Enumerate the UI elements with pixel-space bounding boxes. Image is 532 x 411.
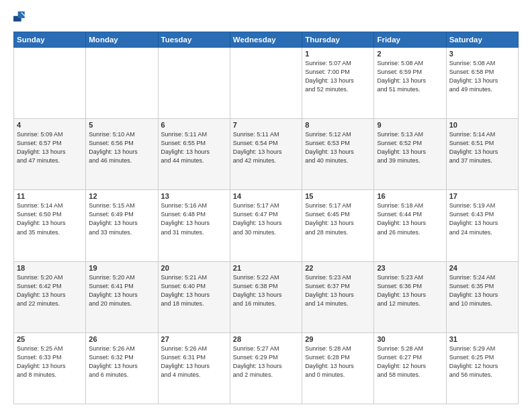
calendar: SundayMondayTuesdayWednesdayThursdayFrid… [13, 32, 519, 404]
week-row-2: 11Sunrise: 5:14 AM Sunset: 6:50 PM Dayli… [14, 190, 519, 261]
day-number: 11 [17, 192, 83, 200]
day-cell-7: 7Sunrise: 5:11 AM Sunset: 6:54 PM Daylig… [230, 119, 302, 190]
day-info: Sunrise: 5:19 AM Sunset: 6:43 PM Dayligh… [449, 201, 515, 236]
day-info: Sunrise: 5:22 AM Sunset: 6:38 PM Dayligh… [233, 273, 299, 308]
day-info: Sunrise: 5:13 AM Sunset: 6:52 PM Dayligh… [377, 130, 443, 165]
day-info: Sunrise: 5:08 AM Sunset: 6:58 PM Dayligh… [449, 59, 515, 94]
day-info: Sunrise: 5:14 AM Sunset: 6:50 PM Dayligh… [17, 201, 83, 236]
day-cell-20: 20Sunrise: 5:21 AM Sunset: 6:40 PM Dayli… [158, 261, 230, 332]
day-number: 16 [377, 192, 443, 200]
weekday-header-thursday: Thursday [302, 32, 374, 48]
day-cell-6: 6Sunrise: 5:11 AM Sunset: 6:55 PM Daylig… [158, 119, 230, 190]
day-info: Sunrise: 5:29 AM Sunset: 6:25 PM Dayligh… [449, 345, 515, 379]
day-cell-empty [158, 48, 230, 119]
day-cell-17: 17Sunrise: 5:19 AM Sunset: 6:43 PM Dayli… [446, 190, 518, 261]
day-cell-29: 29Sunrise: 5:28 AM Sunset: 6:28 PM Dayli… [302, 332, 374, 404]
day-number: 22 [305, 264, 371, 272]
day-number: 9 [377, 121, 443, 129]
day-cell-18: 18Sunrise: 5:20 AM Sunset: 6:42 PM Dayli… [14, 261, 86, 332]
day-number: 8 [305, 121, 371, 129]
day-cell-26: 26Sunrise: 5:26 AM Sunset: 6:32 PM Dayli… [86, 332, 158, 404]
day-number: 31 [449, 335, 515, 343]
day-cell-11: 11Sunrise: 5:14 AM Sunset: 6:50 PM Dayli… [14, 190, 86, 261]
day-info: Sunrise: 5:14 AM Sunset: 6:51 PM Dayligh… [449, 130, 515, 165]
day-cell-22: 22Sunrise: 5:23 AM Sunset: 6:37 PM Dayli… [302, 261, 374, 332]
day-info: Sunrise: 5:23 AM Sunset: 6:36 PM Dayligh… [377, 273, 443, 308]
day-info: Sunrise: 5:21 AM Sunset: 6:40 PM Dayligh… [161, 273, 227, 308]
day-cell-empty [230, 48, 302, 119]
day-number: 6 [161, 121, 227, 129]
day-info: Sunrise: 5:07 AM Sunset: 7:00 PM Dayligh… [305, 59, 371, 94]
day-info: Sunrise: 5:10 AM Sunset: 6:56 PM Dayligh… [89, 130, 154, 165]
day-cell-12: 12Sunrise: 5:15 AM Sunset: 6:49 PM Dayli… [86, 190, 158, 261]
day-number: 24 [449, 264, 515, 272]
day-cell-8: 8Sunrise: 5:12 AM Sunset: 6:53 PM Daylig… [302, 119, 374, 190]
day-cell-13: 13Sunrise: 5:16 AM Sunset: 6:48 PM Dayli… [158, 190, 230, 261]
day-number: 26 [89, 335, 154, 343]
day-info: Sunrise: 5:26 AM Sunset: 6:31 PM Dayligh… [161, 345, 227, 379]
day-cell-30: 30Sunrise: 5:28 AM Sunset: 6:27 PM Dayli… [374, 332, 446, 404]
day-info: Sunrise: 5:08 AM Sunset: 6:59 PM Dayligh… [377, 59, 443, 94]
day-cell-27: 27Sunrise: 5:26 AM Sunset: 6:31 PM Dayli… [158, 332, 230, 404]
day-info: Sunrise: 5:11 AM Sunset: 6:55 PM Dayligh… [161, 130, 227, 165]
day-number: 10 [449, 121, 515, 129]
day-info: Sunrise: 5:17 AM Sunset: 6:47 PM Dayligh… [233, 201, 299, 236]
day-number: 5 [89, 121, 154, 129]
day-info: Sunrise: 5:20 AM Sunset: 6:41 PM Dayligh… [89, 273, 154, 308]
day-cell-4: 4Sunrise: 5:09 AM Sunset: 6:57 PM Daylig… [14, 119, 86, 190]
day-cell-5: 5Sunrise: 5:10 AM Sunset: 6:56 PM Daylig… [86, 119, 158, 190]
day-info: Sunrise: 5:28 AM Sunset: 6:28 PM Dayligh… [305, 345, 371, 379]
header [13, 11, 519, 25]
day-number: 28 [233, 335, 299, 343]
day-number: 17 [449, 192, 515, 200]
day-number: 13 [161, 192, 227, 200]
day-cell-15: 15Sunrise: 5:17 AM Sunset: 6:45 PM Dayli… [302, 190, 374, 261]
day-number: 15 [305, 192, 371, 200]
day-number: 27 [161, 335, 227, 343]
weekday-header-monday: Monday [86, 32, 158, 48]
week-row-0: 1Sunrise: 5:07 AM Sunset: 7:00 PM Daylig… [14, 48, 519, 119]
day-cell-21: 21Sunrise: 5:22 AM Sunset: 6:38 PM Dayli… [230, 261, 302, 332]
calendar-body: 1Sunrise: 5:07 AM Sunset: 7:00 PM Daylig… [14, 48, 519, 404]
day-number: 18 [17, 264, 83, 272]
day-info: Sunrise: 5:09 AM Sunset: 6:57 PM Dayligh… [17, 130, 83, 165]
day-cell-23: 23Sunrise: 5:23 AM Sunset: 6:36 PM Dayli… [374, 261, 446, 332]
day-cell-25: 25Sunrise: 5:25 AM Sunset: 6:33 PM Dayli… [14, 332, 86, 404]
day-number: 7 [233, 121, 299, 129]
day-info: Sunrise: 5:27 AM Sunset: 6:29 PM Dayligh… [233, 345, 299, 379]
day-cell-14: 14Sunrise: 5:17 AM Sunset: 6:47 PM Dayli… [230, 190, 302, 261]
day-number: 2 [377, 50, 443, 58]
weekday-header-wednesday: Wednesday [230, 32, 302, 48]
day-info: Sunrise: 5:25 AM Sunset: 6:33 PM Dayligh… [17, 345, 83, 379]
day-cell-9: 9Sunrise: 5:13 AM Sunset: 6:52 PM Daylig… [374, 119, 446, 190]
day-number: 1 [305, 50, 371, 58]
day-cell-10: 10Sunrise: 5:14 AM Sunset: 6:51 PM Dayli… [446, 119, 518, 190]
day-number: 19 [89, 264, 154, 272]
day-info: Sunrise: 5:28 AM Sunset: 6:27 PM Dayligh… [377, 345, 443, 379]
day-info: Sunrise: 5:16 AM Sunset: 6:48 PM Dayligh… [161, 201, 227, 236]
day-number: 29 [305, 335, 371, 343]
day-number: 30 [377, 335, 443, 343]
day-cell-empty [86, 48, 158, 119]
day-cell-3: 3Sunrise: 5:08 AM Sunset: 6:58 PM Daylig… [446, 48, 518, 119]
day-info: Sunrise: 5:24 AM Sunset: 6:35 PM Dayligh… [449, 273, 515, 308]
week-row-3: 18Sunrise: 5:20 AM Sunset: 6:42 PM Dayli… [14, 261, 519, 332]
day-cell-empty [14, 48, 86, 119]
logo-icon [13, 11, 27, 25]
logo [13, 11, 30, 25]
day-cell-28: 28Sunrise: 5:27 AM Sunset: 6:29 PM Dayli… [230, 332, 302, 404]
weekday-row: SundayMondayTuesdayWednesdayThursdayFrid… [14, 32, 519, 48]
weekday-header-saturday: Saturday [446, 32, 518, 48]
day-info: Sunrise: 5:11 AM Sunset: 6:54 PM Dayligh… [233, 130, 299, 165]
day-info: Sunrise: 5:18 AM Sunset: 6:44 PM Dayligh… [377, 201, 443, 236]
day-number: 3 [449, 50, 515, 58]
page: SundayMondayTuesdayWednesdayThursdayFrid… [0, 0, 532, 411]
day-number: 4 [17, 121, 83, 129]
day-cell-19: 19Sunrise: 5:20 AM Sunset: 6:41 PM Dayli… [86, 261, 158, 332]
day-cell-16: 16Sunrise: 5:18 AM Sunset: 6:44 PM Dayli… [374, 190, 446, 261]
day-cell-1: 1Sunrise: 5:07 AM Sunset: 7:00 PM Daylig… [302, 48, 374, 119]
weekday-header-friday: Friday [374, 32, 446, 48]
day-cell-24: 24Sunrise: 5:24 AM Sunset: 6:35 PM Dayli… [446, 261, 518, 332]
day-cell-31: 31Sunrise: 5:29 AM Sunset: 6:25 PM Dayli… [446, 332, 518, 404]
week-row-4: 25Sunrise: 5:25 AM Sunset: 6:33 PM Dayli… [14, 332, 519, 404]
